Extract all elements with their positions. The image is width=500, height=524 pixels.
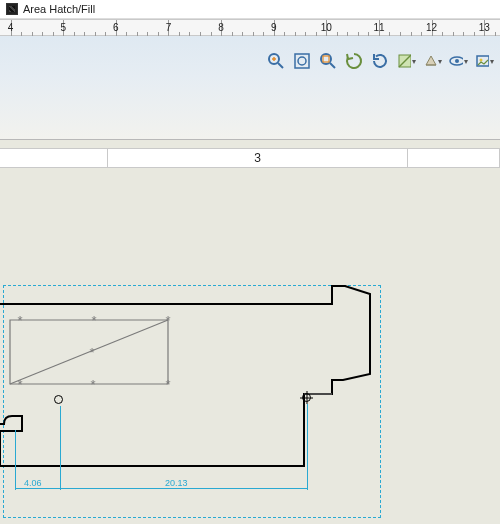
dimension-line xyxy=(15,488,60,489)
svg-text:*: * xyxy=(165,377,170,392)
svg-line-7 xyxy=(330,63,335,68)
hide-show-icon[interactable]: ▾ xyxy=(448,51,468,71)
dropdown-caret-icon[interactable]: ▾ xyxy=(464,57,468,66)
rotate-view-icon[interactable] xyxy=(370,51,390,71)
svg-text:*: * xyxy=(89,345,94,360)
svg-rect-4 xyxy=(295,54,309,68)
view-toolbar: ▾▾▾▾ xyxy=(260,48,500,74)
dim-ext-line xyxy=(307,404,308,490)
sheet-tab-next[interactable] xyxy=(408,149,500,167)
horizontal-ruler: 45678910111213 xyxy=(0,19,500,36)
previous-view-icon[interactable] xyxy=(344,51,364,71)
svg-point-14 xyxy=(480,59,483,62)
apply-scene-icon[interactable]: ▾ xyxy=(474,51,494,71)
document-title-bar: Area Hatch/Fill xyxy=(0,0,500,19)
sheet-tab-prev[interactable] xyxy=(0,149,108,167)
drawing-sheet[interactable]: * * * * * * * 4.06 20.13 xyxy=(0,168,500,524)
zoom-area-icon[interactable] xyxy=(266,51,286,71)
svg-point-12 xyxy=(455,59,459,63)
display-style-icon[interactable]: ▾ xyxy=(422,51,442,71)
sheet-tab-current[interactable]: 3 xyxy=(108,149,408,167)
svg-text:*: * xyxy=(17,313,22,328)
dimension-label: 4.06 xyxy=(24,478,42,488)
svg-text:*: * xyxy=(165,313,170,328)
dropdown-caret-icon[interactable]: ▾ xyxy=(412,57,416,66)
section-view-icon[interactable]: ▾ xyxy=(396,51,416,71)
dim-ext-line xyxy=(15,430,16,490)
svg-text:*: * xyxy=(90,377,95,392)
hole-left xyxy=(54,395,63,404)
dropdown-caret-icon[interactable]: ▾ xyxy=(438,57,442,66)
svg-text:*: * xyxy=(17,377,22,392)
zoom-selection-icon[interactable] xyxy=(318,51,338,71)
document-title: Area Hatch/Fill xyxy=(23,3,95,15)
zoom-fit-icon[interactable] xyxy=(292,51,312,71)
svg-text:*: * xyxy=(91,313,96,328)
sheet-tab-label: 3 xyxy=(254,149,261,167)
hatch-swatch xyxy=(6,3,18,15)
dimension-line xyxy=(60,488,307,489)
dropdown-caret-icon[interactable]: ▾ xyxy=(490,57,494,66)
svg-line-1 xyxy=(278,63,283,68)
hole-right xyxy=(302,393,311,402)
svg-point-5 xyxy=(298,57,306,65)
svg-rect-8 xyxy=(323,56,329,62)
dimension-label: 20.13 xyxy=(165,478,188,488)
sheet-tab-row: 3 xyxy=(0,148,500,168)
dim-ext-line xyxy=(60,406,61,490)
